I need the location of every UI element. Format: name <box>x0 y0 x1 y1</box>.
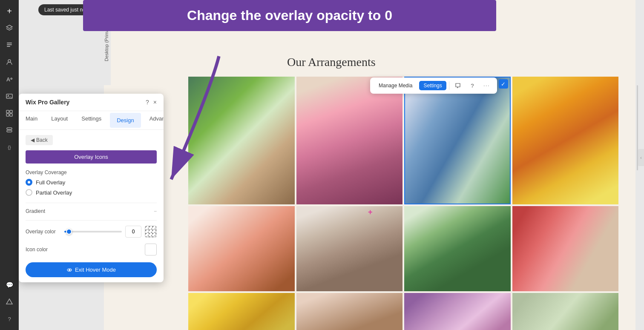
panel-close-icon[interactable]: × <box>153 99 157 106</box>
icon-color-swatch[interactable] <box>145 244 157 255</box>
back-button[interactable]: ◀ Back <box>26 135 53 145</box>
nav-layout[interactable]: Layout <box>44 111 75 129</box>
panel-help-icon[interactable]: ? <box>146 99 149 106</box>
partial-overlay-label: Partial Overlay <box>36 189 72 196</box>
gallery-cell-11[interactable] <box>404 293 511 330</box>
svg-point-3 <box>8 60 11 62</box>
right-scrollbar[interactable] <box>637 85 638 170</box>
upgrade-icon[interactable] <box>2 294 17 310</box>
svg-rect-1 <box>7 44 12 45</box>
chat-icon[interactable]: 💬 <box>2 277 17 293</box>
gallery-cell-9[interactable] <box>188 293 295 330</box>
database-icon[interactable] <box>2 123 17 138</box>
help-toolbar-btn[interactable]: ? <box>466 80 478 92</box>
panel-header: Wix Pro Gallery ? × <box>19 94 164 111</box>
overlay-coverage-label: Overlay Coverage <box>26 169 157 175</box>
code-icon-sidebar[interactable]: {} <box>2 140 17 155</box>
right-panel-toggle[interactable]: ‹ <box>638 149 644 166</box>
svg-rect-6 <box>6 110 9 113</box>
question-mark-icon[interactable]: ? <box>2 311 17 327</box>
gallery-cell-5[interactable] <box>188 206 295 291</box>
gallery-cell-4[interactable] <box>512 77 619 204</box>
gallery-cell-6[interactable] <box>296 206 403 291</box>
svg-point-15 <box>69 269 70 271</box>
gallery-cell-2[interactable] <box>296 77 403 204</box>
instruction-banner: Change the overlay opacity to 0 <box>83 0 496 31</box>
panel-header-icons: ? × <box>146 99 157 106</box>
svg-rect-0 <box>7 43 12 43</box>
svg-rect-10 <box>7 128 12 129</box>
media-icon-sidebar[interactable] <box>2 89 17 104</box>
page-canvas: Our Arrangements Pro Gallery ✓ Manage M <box>104 0 635 330</box>
icon-color-label: Icon color <box>26 247 48 253</box>
grid-icon[interactable] <box>2 106 17 121</box>
plus-indicator: + <box>368 208 373 217</box>
overlay-coverage-radio-group: Full Overlay Partial Overlay <box>26 179 157 196</box>
floating-toolbar: Manage Media Settings ? ··· <box>370 77 497 94</box>
section-title: Our Arrangements <box>287 55 376 69</box>
pages-icon[interactable] <box>2 37 17 53</box>
cell-checkmark: ✓ <box>499 79 508 89</box>
layers-icon[interactable] <box>2 20 17 36</box>
nav-main[interactable]: Main <box>19 111 44 129</box>
gradient-label: Gradient <box>26 208 45 214</box>
nav-design[interactable]: Design <box>110 113 141 128</box>
gallery-grid: Pro Gallery ✓ <box>188 77 618 330</box>
gallery-cell-3[interactable]: Pro Gallery ✓ <box>404 77 511 204</box>
panel-nav: Main Layout Settings Design Advanced Sup… <box>19 111 164 130</box>
overlay-color-label: Overlay color <box>26 229 56 235</box>
full-overlay-option[interactable]: Full Overlay <box>26 179 157 186</box>
svg-rect-8 <box>6 114 9 116</box>
nav-settings[interactable]: Settings <box>75 111 108 129</box>
comment-icon-btn[interactable] <box>452 80 464 92</box>
svg-point-5 <box>8 95 9 96</box>
divider-1 <box>26 203 157 203</box>
gallery-cell-10[interactable] <box>296 293 403 330</box>
svg-rect-9 <box>10 114 12 116</box>
add-button[interactable]: + <box>2 3 17 19</box>
gallery-cell-1[interactable] <box>188 77 295 204</box>
people-icon[interactable] <box>2 55 17 70</box>
toolbar-separator <box>449 81 449 90</box>
svg-marker-12 <box>6 299 12 304</box>
typography-icon[interactable]: Aᵒ <box>2 72 17 87</box>
wix-pro-gallery-panel: Wix Pro Gallery ? × Main Layout Settings… <box>19 94 164 282</box>
gradient-row: Gradient − <box>26 208 157 214</box>
svg-rect-11 <box>7 130 12 132</box>
gallery-cell-12[interactable] <box>512 293 619 330</box>
gallery-cell-7[interactable] <box>404 206 511 291</box>
exit-hover-mode-btn[interactable]: Exit Hover Mode <box>26 262 157 277</box>
exit-hover-label: Exit Hover Mode <box>75 267 116 273</box>
partial-overlay-radio[interactable] <box>26 189 32 196</box>
sidebar-bottom: 💬 ? <box>0 277 19 330</box>
slider-thumb[interactable] <box>66 229 72 235</box>
settings-btn[interactable]: Settings <box>419 81 446 90</box>
full-overlay-radio[interactable] <box>26 179 32 186</box>
overlay-color-swatch[interactable] <box>145 226 157 238</box>
svg-rect-7 <box>10 110 12 113</box>
more-options-btn[interactable]: ··· <box>481 80 493 92</box>
nav-advanced[interactable]: Advanced <box>143 111 164 129</box>
full-overlay-label: Full Overlay <box>36 179 65 186</box>
overlay-slider-container: 0 <box>64 226 157 238</box>
panel-content: ◀ Back Overlay Icons Overlay Coverage Fu… <box>19 130 164 282</box>
svg-rect-2 <box>7 46 10 47</box>
overlay-color-row: Overlay color 0 <box>26 226 157 238</box>
gallery-cell-8[interactable] <box>512 206 619 291</box>
overlay-opacity-slider[interactable] <box>64 231 122 232</box>
overlay-value-input[interactable]: 0 <box>125 226 141 238</box>
overlay-icons-section: Overlay Icons <box>26 150 157 164</box>
divider-2 <box>26 220 157 221</box>
panel-title: Wix Pro Gallery <box>26 99 69 106</box>
manage-media-btn[interactable]: Manage Media <box>374 81 417 90</box>
partial-overlay-option[interactable]: Partial Overlay <box>26 189 157 196</box>
eye-icon <box>66 267 72 273</box>
icon-color-row: Icon color <box>26 244 157 255</box>
